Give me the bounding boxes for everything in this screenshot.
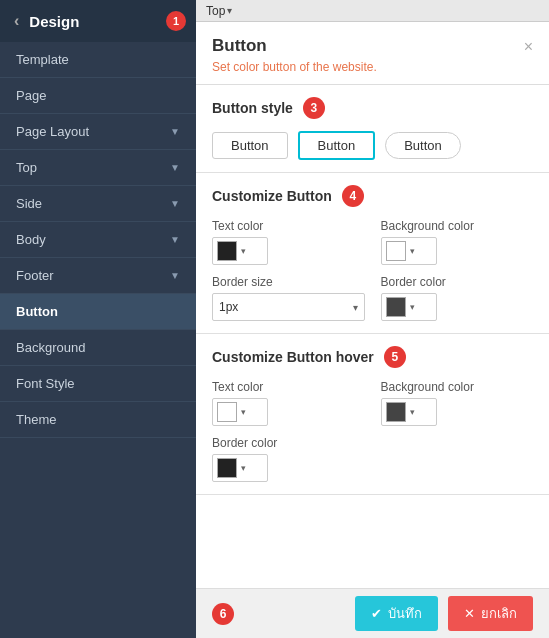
hover-bg-color-picker[interactable]: ▾	[381, 398, 437, 426]
bg-color-field: Background color ▾	[381, 219, 534, 265]
hover-border-color-swatch	[217, 458, 237, 478]
border-size-field: Border size 1px ▾	[212, 275, 365, 321]
close-icon[interactable]: ×	[524, 38, 533, 56]
button-style-section: Button style 3 Button Button Button	[196, 85, 549, 173]
sidebar-item-side[interactable]: Side ▼	[0, 186, 196, 222]
save-button[interactable]: บันทึก	[355, 596, 438, 631]
sidebar-item-label-footer: Footer	[16, 268, 54, 283]
bg-color-arrow-icon: ▾	[410, 246, 415, 256]
save-label: บันทึก	[388, 603, 422, 624]
sidebar-header: ‹ Design 1	[0, 0, 196, 42]
badge-5: 5	[384, 346, 406, 368]
customize-hover-grid: Text color ▾ Background color ▾	[212, 380, 533, 482]
panel-subtitle: Set color button of the website.	[196, 60, 549, 84]
sidebar: ‹ Design 1 Template Page Page Layout ▼ T…	[0, 0, 196, 638]
top-bar[interactable]: Top ▾	[196, 0, 549, 22]
chevron-right-icon-body: ▼	[170, 234, 180, 245]
text-color-picker[interactable]: ▾	[212, 237, 268, 265]
border-size-value: 1px	[219, 300, 238, 314]
hover-text-color-picker[interactable]: ▾	[212, 398, 268, 426]
sidebar-item-footer[interactable]: Footer ▼	[0, 258, 196, 294]
panel-title: Button	[212, 36, 267, 56]
sidebar-item-label-side: Side	[16, 196, 42, 211]
bg-color-label: Background color	[381, 219, 534, 233]
x-icon	[464, 606, 475, 621]
sidebar-item-background[interactable]: Background	[0, 330, 196, 366]
footer-bar: 6 บันทึก ยกเลิก	[196, 588, 549, 638]
sidebar-item-top[interactable]: Top ▼	[0, 150, 196, 186]
badge-3: 3	[303, 97, 325, 119]
sidebar-item-label-background: Background	[16, 340, 85, 355]
sidebar-item-label-body: Body	[16, 232, 46, 247]
sidebar-item-font-style[interactable]: Font Style	[0, 366, 196, 402]
sidebar-item-page-layout[interactable]: Page Layout ▼	[0, 114, 196, 150]
border-size-arrow-icon: ▾	[353, 302, 358, 313]
hover-text-color-label: Text color	[212, 380, 365, 394]
button-style-rounded[interactable]: Button	[385, 132, 461, 159]
button-style-title: Button style 3	[212, 97, 533, 119]
checkmark-icon	[371, 606, 382, 621]
cancel-label: ยกเลิก	[481, 603, 517, 624]
badge-4: 4	[342, 185, 364, 207]
hover-bg-color-label: Background color	[381, 380, 534, 394]
border-size-select[interactable]: 1px ▾	[212, 293, 365, 321]
bg-color-picker[interactable]: ▾	[381, 237, 437, 265]
sidebar-item-label-theme: Theme	[16, 412, 56, 427]
hover-border-color-label: Border color	[212, 436, 365, 450]
hover-text-color-arrow-icon: ▾	[241, 407, 246, 417]
button-style-outline[interactable]: Button	[298, 131, 376, 160]
sidebar-item-label-template: Template	[16, 52, 69, 67]
sidebar-item-label-font-style: Font Style	[16, 376, 75, 391]
customize-button-grid: Text color ▾ Background color ▾	[212, 219, 533, 321]
sidebar-item-label-top: Top	[16, 160, 37, 175]
panel-header: Button ×	[196, 22, 549, 60]
customize-hover-title: Customize Button hover 5	[212, 346, 533, 368]
button-style-options: Button Button Button	[212, 131, 533, 160]
chevron-right-icon-side: ▼	[170, 198, 180, 209]
sidebar-item-body[interactable]: Body ▼	[0, 222, 196, 258]
top-bar-label: Top	[206, 4, 225, 18]
sidebar-item-label-button: Button	[16, 304, 58, 319]
hover-text-color-swatch	[217, 402, 237, 422]
hover-bg-color-arrow-icon: ▾	[410, 407, 415, 417]
sidebar-item-label-page-layout: Page Layout	[16, 124, 89, 139]
hover-text-color-field: Text color ▾	[212, 380, 365, 426]
sidebar-item-theme[interactable]: Theme	[0, 402, 196, 438]
chevron-right-icon-footer: ▼	[170, 270, 180, 281]
border-size-label: Border size	[212, 275, 365, 289]
bg-color-swatch	[386, 241, 406, 261]
badge-6: 6	[212, 603, 234, 625]
hover-border-color-picker[interactable]: ▾	[212, 454, 268, 482]
chevron-right-icon-top: ▼	[170, 162, 180, 173]
hover-border-color-field: Border color ▾	[212, 436, 365, 482]
customize-button-title: Customize Button 4	[212, 185, 533, 207]
top-bar-arrow-icon: ▾	[227, 5, 232, 16]
back-icon[interactable]: ‹	[14, 12, 19, 30]
cancel-button[interactable]: ยกเลิก	[448, 596, 533, 631]
customize-button-section: Customize Button 4 Text color ▾ Backgrou…	[196, 173, 549, 334]
border-color-field: Border color ▾	[381, 275, 534, 321]
hover-bg-color-swatch	[386, 402, 406, 422]
color-arrow-icon: ▾	[241, 246, 246, 256]
customize-hover-section: Customize Button hover 5 Text color ▾ Ba…	[196, 334, 549, 495]
sidebar-item-page[interactable]: Page	[0, 78, 196, 114]
border-color-arrow-icon: ▾	[410, 302, 415, 312]
main-panel: Top ▾ Button × Set color button of the w…	[196, 0, 549, 638]
text-color-swatch	[217, 241, 237, 261]
sidebar-title: Design	[29, 13, 79, 30]
sidebar-badge-1: 1	[166, 11, 186, 31]
sidebar-item-label-page: Page	[16, 88, 46, 103]
content-area: Button × Set color button of the website…	[196, 22, 549, 588]
button-style-flat[interactable]: Button	[212, 132, 288, 159]
sidebar-item-template[interactable]: Template	[0, 42, 196, 78]
text-color-label: Text color	[212, 219, 365, 233]
border-color-label: Border color	[381, 275, 534, 289]
hover-border-color-arrow-icon: ▾	[241, 463, 246, 473]
border-color-picker[interactable]: ▾	[381, 293, 437, 321]
border-color-swatch	[386, 297, 406, 317]
chevron-right-icon: ▼	[170, 126, 180, 137]
hover-bg-color-field: Background color ▾	[381, 380, 534, 426]
text-color-field: Text color ▾	[212, 219, 365, 265]
sidebar-item-button[interactable]: Button 2	[0, 294, 196, 330]
